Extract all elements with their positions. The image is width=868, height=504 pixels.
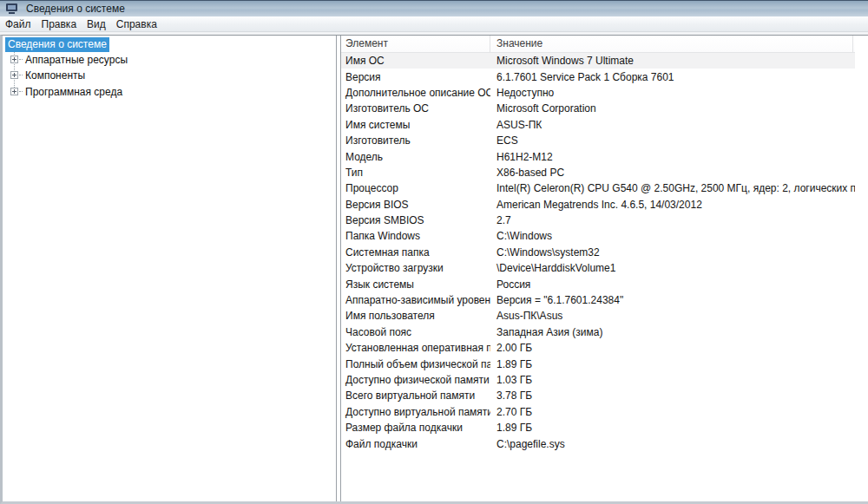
expand-plus-icon[interactable] <box>10 88 18 95</box>
row-value: 6.1.7601 Service Pack 1 Сборка 7601 <box>490 71 855 83</box>
table-row[interactable]: Имя ОС Microsoft Windows 7 Ultimate <box>341 53 855 69</box>
tree-item-1[interactable]: Компоненты <box>3 68 336 83</box>
row-value: 2.70 ГБ <box>490 406 855 418</box>
row-label: Имя пользователя <box>341 310 490 322</box>
tree-item-0[interactable]: Аппаратные ресурсы <box>3 52 336 68</box>
row-label: Аппаратно-зависимый уровен... <box>341 294 490 306</box>
table-row[interactable]: Версия SMBIOS 2.7 <box>341 213 855 228</box>
row-label: Полный объем физической па... <box>341 358 490 370</box>
table-row[interactable]: Размер файла подкачки 1.89 ГБ <box>341 420 855 435</box>
tree-items: Аппаратные ресурсы Компоненты Программна… <box>3 52 336 100</box>
row-label: Доступно физической памяти <box>341 374 490 386</box>
titlebar[interactable]: Сведения о системе <box>0 0 868 16</box>
row-label: Доступно виртуальной памяти <box>341 406 490 418</box>
tree-item-2[interactable]: Программная среда <box>3 84 336 100</box>
row-value: Западная Азия (зима) <box>490 326 855 338</box>
menu-file[interactable]: Файл <box>0 16 36 32</box>
row-value: ECS <box>490 134 855 147</box>
row-label: Версия <box>341 71 490 83</box>
row-value: Microsoft Corporation <box>490 102 855 115</box>
row-value: Россия <box>490 278 855 291</box>
tree-item-label: Программная среда <box>25 86 122 98</box>
row-label: Дополнительное описание ОС <box>341 87 490 99</box>
table-row[interactable]: Модель H61H2-M12 <box>341 148 855 164</box>
details-list-panel: Элемент Значение Имя ОС Microsoft Window… <box>340 36 855 501</box>
row-label: Версия BIOS <box>341 199 490 211</box>
table-row[interactable]: Язык системы Россия <box>341 276 855 291</box>
row-value: 1.89 ГБ <box>490 358 855 370</box>
table-row[interactable]: Имя пользователя Asus-ПК\Asus <box>341 308 855 324</box>
row-value: Asus-ПК\Asus <box>490 310 855 322</box>
row-value: Недоступно <box>490 87 855 99</box>
table-row[interactable]: Папка Windows C:\Windows <box>341 228 855 244</box>
table-row[interactable]: Всего виртуальной памяти 3.78 ГБ <box>341 388 855 403</box>
tree-item-label: Компоненты <box>25 69 85 82</box>
menu-edit[interactable]: Правка <box>36 16 82 32</box>
menu-view[interactable]: Вид <box>82 16 111 32</box>
table-row[interactable]: Изготовитель ECS <box>341 133 855 148</box>
tree-connector-stub <box>19 59 23 60</box>
table-row[interactable]: Дополнительное описание ОС Недоступно <box>341 85 855 101</box>
table-row[interactable]: Имя системы ASUS-ПК <box>341 117 855 133</box>
category-tree-panel: Сведения о системе Аппаратные ресурсы Ко… <box>3 36 337 501</box>
window-title: Сведения о системе <box>26 3 125 15</box>
row-label: Модель <box>341 151 490 163</box>
row-label: Файл подкачки <box>341 438 490 450</box>
table-row[interactable]: Версия 6.1.7601 Service Pack 1 Сборка 76… <box>341 69 855 84</box>
row-label: Системная папка <box>341 246 490 259</box>
row-value: 2.7 <box>490 214 855 226</box>
row-value: 1.03 ГБ <box>490 374 855 386</box>
row-label: Установленная оперативная п... <box>341 342 490 354</box>
row-label: Тип <box>341 167 490 179</box>
menu-help[interactable]: Справка <box>111 16 162 32</box>
table-row[interactable]: Аппаратно-зависимый уровен... Версия = "… <box>341 292 855 308</box>
row-label: Размер файла подкачки <box>341 422 490 434</box>
table-row[interactable]: Доступно физической памяти 1.03 ГБ <box>341 372 855 388</box>
table-row[interactable]: Изготовитель ОС Microsoft Corporation <box>341 101 855 116</box>
row-value: Intel(R) Celeron(R) CPU G540 @ 2.50GHz, … <box>490 182 855 194</box>
row-value: H61H2-M12 <box>490 151 855 163</box>
expand-plus-icon[interactable] <box>10 71 18 79</box>
row-value: \Device\HarddiskVolume1 <box>490 262 855 274</box>
table-row[interactable]: Часовой пояс Западная Азия (зима) <box>341 324 855 340</box>
row-label: Процессор <box>341 182 490 194</box>
tree-item-system-summary-selected[interactable]: Сведения о системе <box>5 37 109 52</box>
table-row[interactable]: Файл подкачки C:\pagefile.sys <box>341 435 855 451</box>
table-row[interactable]: Установленная оперативная п... 2.00 ГБ <box>341 340 855 356</box>
system-info-icon[interactable] <box>6 3 18 14</box>
row-label: Имя системы <box>341 119 490 131</box>
column-header-element[interactable]: Элемент <box>341 36 490 52</box>
row-label: Устройство загрузки <box>341 262 490 274</box>
row-label: Папка Windows <box>341 230 490 242</box>
tree-connector-stub <box>19 91 23 92</box>
list-header: Элемент Значение <box>341 36 855 53</box>
row-value: C:\Windows <box>490 230 855 242</box>
menubar: Файл Правка Вид Справка <box>0 16 868 32</box>
table-row[interactable]: Версия BIOS American Megatrends Inc. 4.6… <box>341 197 855 213</box>
row-value: Microsoft Windows 7 Ultimate <box>490 55 855 67</box>
tree-item-label: Аппаратные ресурсы <box>25 54 128 66</box>
row-value: 1.89 ГБ <box>490 422 855 434</box>
table-row[interactable]: Полный объем физической па... 1.89 ГБ <box>341 356 855 371</box>
table-row[interactable]: Процессор Intel(R) Celeron(R) CPU G540 @… <box>341 180 855 196</box>
row-value: C:\pagefile.sys <box>490 438 855 450</box>
row-label: Имя ОС <box>341 55 490 67</box>
table-row[interactable]: Доступно виртуальной памяти 2.70 ГБ <box>341 404 855 420</box>
table-row[interactable]: Тип X86-based PC <box>341 165 855 180</box>
row-label: Версия SMBIOS <box>341 214 490 226</box>
tree-connector-stub <box>19 75 23 75</box>
expand-plus-icon[interactable] <box>10 56 18 63</box>
row-label: Изготовитель ОС <box>341 102 490 115</box>
row-value: Версия = "6.1.7601.24384" <box>490 294 855 306</box>
row-label: Часовой пояс <box>341 326 490 338</box>
row-value: X86-based PC <box>490 167 855 179</box>
table-row[interactable]: Системная папка C:\Windows\system32 <box>341 245 855 260</box>
system-info-window: Сведения о системе Файл Правка Вид Справ… <box>0 0 868 504</box>
table-row[interactable]: Устройство загрузки \Device\HarddiskVolu… <box>341 260 855 276</box>
content-area: Сведения о системе Аппаратные ресурсы Ко… <box>0 35 868 504</box>
row-value: 2.00 ГБ <box>490 342 855 354</box>
row-value: American Megatrends Inc. 4.6.5, 14/03/20… <box>490 199 855 211</box>
column-header-value[interactable]: Значение <box>490 36 853 52</box>
row-label: Изготовитель <box>341 134 490 147</box>
list-body: Имя ОС Microsoft Windows 7 Ultimate Верс… <box>341 53 855 501</box>
